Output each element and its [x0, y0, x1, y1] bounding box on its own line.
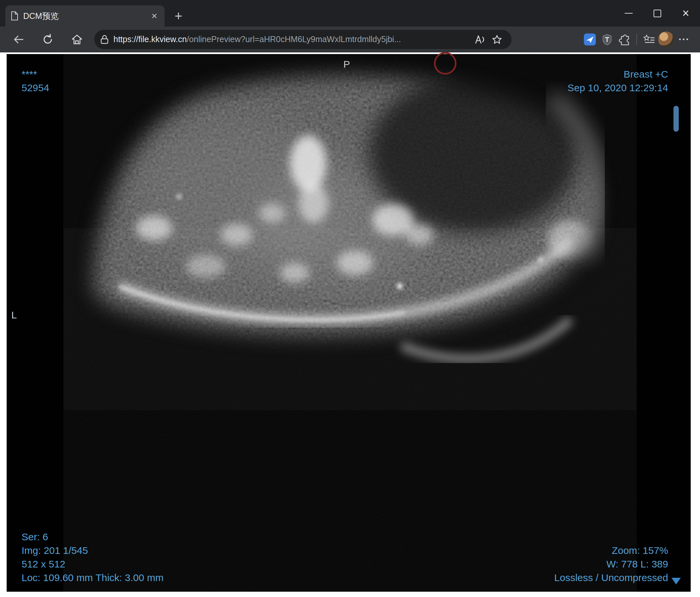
extension-blue-button[interactable] — [581, 30, 599, 49]
refresh-icon — [42, 34, 53, 45]
scroll-down-arrow[interactable] — [672, 578, 681, 585]
annotation-circle — [434, 52, 456, 75]
url-path: /onlinePreview?url=aHR0cHM6Ly9maWxlLmtrd… — [187, 34, 401, 44]
overlay-series: Ser: 6 — [22, 530, 164, 544]
mri-image — [7, 54, 691, 592]
navigation-toolbar: https://file.kkview.cn/onlinePreview?url… — [0, 27, 700, 52]
overlay-bottom-right: Zoom: 157% W: 778 L: 389 Lossless / Unco… — [554, 544, 668, 585]
page-background: **** 52954 P Breast +C Sep 10, 2020 12:2… — [0, 53, 700, 597]
overlay-image-index: Img: 201 1/545 — [22, 544, 164, 557]
overlay-datetime: Sep 10, 2020 12:29:14 — [567, 81, 668, 95]
url-text: https://file.kkview.cn/onlinePreview?url… — [114, 34, 471, 44]
overlay-study: Breast +C — [567, 67, 668, 81]
browser-window: DCM预览 × + × — [0, 0, 700, 597]
close-window-button[interactable]: × — [672, 0, 700, 27]
toolbar-divider — [636, 34, 637, 45]
minimize-button[interactable] — [615, 0, 643, 27]
more-icon — [679, 38, 688, 40]
home-button[interactable] — [68, 30, 85, 49]
overlay-stars: **** — [22, 67, 49, 81]
overlay-patient-id: 52954 — [22, 81, 49, 95]
back-arrow-icon — [13, 34, 24, 45]
minimize-icon — [625, 13, 633, 14]
new-tab-button[interactable]: + — [171, 9, 186, 23]
shield-extension-button[interactable] — [599, 30, 616, 49]
overlay-top-left: **** 52954 — [22, 67, 49, 95]
read-aloud-button[interactable] — [471, 30, 488, 49]
profile-button[interactable] — [657, 30, 675, 49]
extensions-button[interactable] — [616, 30, 633, 49]
overlay-window-level: W: 778 L: 389 — [554, 557, 668, 571]
maximize-button[interactable] — [643, 0, 672, 27]
orientation-marker-left: L — [11, 308, 17, 322]
favorites-hub-button[interactable] — [640, 30, 657, 49]
overlay-top-right: Breast +C Sep 10, 2020 12:29:14 — [567, 67, 668, 95]
profile-avatar — [658, 31, 674, 47]
favorite-star-icon — [492, 34, 502, 45]
favorites-hub-icon — [643, 34, 655, 45]
tab-close-icon[interactable]: × — [149, 11, 159, 21]
address-bar[interactable]: https://file.kkview.cn/onlinePreview?url… — [94, 30, 511, 49]
settings-more-button[interactable] — [675, 30, 692, 49]
overlay-zoom: Zoom: 157% — [554, 544, 668, 557]
extensions-puzzle-icon — [618, 33, 630, 46]
tab-strip: DCM预览 × + × — [0, 0, 700, 27]
favorite-button[interactable] — [488, 30, 506, 49]
document-icon — [10, 11, 19, 21]
overlay-matrix: 512 x 512 — [22, 557, 164, 571]
lock-icon[interactable] — [100, 34, 109, 45]
home-icon — [71, 34, 83, 45]
close-icon: × — [682, 7, 689, 19]
window-controls: × — [615, 0, 700, 27]
extension-blue-icon — [583, 33, 597, 46]
orientation-marker-posterior: P — [343, 57, 350, 71]
overlay-compression: Lossless / Uncompressed — [554, 571, 668, 585]
shield-extension-icon — [601, 33, 614, 46]
back-button[interactable] — [10, 30, 27, 49]
overlay-location: Loc: 109.60 mm Thick: 3.00 mm — [22, 571, 164, 585]
tab-title: DCM预览 — [23, 10, 149, 22]
read-aloud-icon — [474, 34, 485, 45]
overlay-bottom-left: Ser: 6 Img: 201 1/545 512 x 512 Loc: 109… — [22, 530, 164, 585]
dicom-viewer[interactable]: **** 52954 P Breast +C Sep 10, 2020 12:2… — [7, 54, 691, 592]
scrollbar-thumb[interactable] — [673, 106, 679, 132]
url-host: https://file.kkview.cn — [114, 34, 187, 44]
refresh-button[interactable] — [39, 30, 56, 49]
maximize-icon — [654, 9, 661, 17]
browser-tab[interactable]: DCM预览 × — [5, 5, 165, 27]
